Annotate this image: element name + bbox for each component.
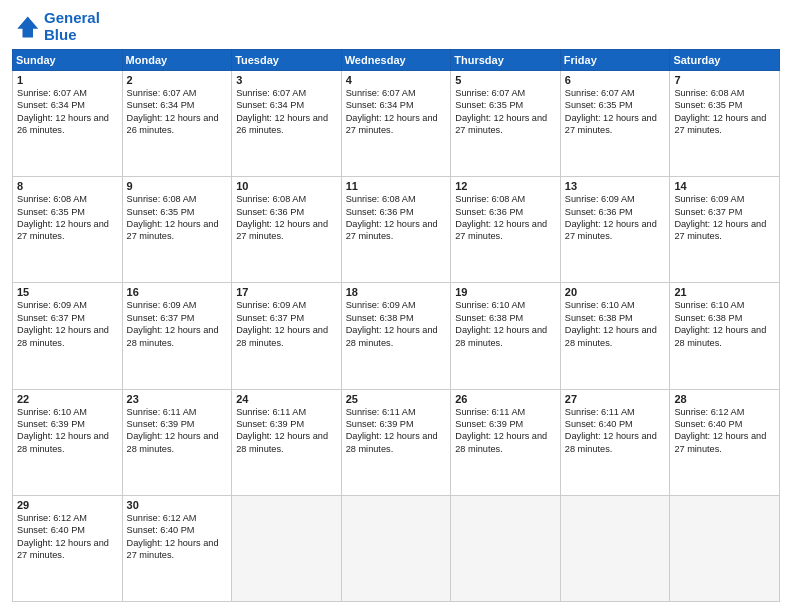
day-cell: 14 Sunrise: 6:09 AM Sunset: 6:37 PM Dayl… bbox=[670, 177, 780, 283]
day-cell: 4 Sunrise: 6:07 AM Sunset: 6:34 PM Dayli… bbox=[341, 71, 451, 177]
day-cell: 11 Sunrise: 6:08 AM Sunset: 6:36 PM Dayl… bbox=[341, 177, 451, 283]
week-row: 1 Sunrise: 6:07 AMSunset: 6:34 PMDayligh… bbox=[13, 71, 780, 177]
day-cell: 9 Sunrise: 6:08 AM Sunset: 6:35 PM Dayli… bbox=[122, 177, 232, 283]
day-cell: 2 Sunrise: 6:07 AM Sunset: 6:34 PM Dayli… bbox=[122, 71, 232, 177]
day-cell: 12 Sunrise: 6:08 AM Sunset: 6:36 PM Dayl… bbox=[451, 177, 561, 283]
logo-icon bbox=[12, 13, 40, 41]
empty-cell bbox=[451, 495, 561, 601]
day-cell: 24 Sunrise: 6:11 AM Sunset: 6:39 PM Dayl… bbox=[232, 389, 342, 495]
day-cell: 28 Sunrise: 6:12 AM Sunset: 6:40 PM Dayl… bbox=[670, 389, 780, 495]
header-saturday: Saturday bbox=[670, 50, 780, 71]
empty-cell bbox=[560, 495, 670, 601]
day-headers: Sunday Monday Tuesday Wednesday Thursday… bbox=[13, 50, 780, 71]
day-cell: 21 Sunrise: 6:10 AM Sunset: 6:38 PM Dayl… bbox=[670, 283, 780, 389]
day-cell: 29 Sunrise: 6:12 AM Sunset: 6:40 PM Dayl… bbox=[13, 495, 123, 601]
week-row: 8 Sunrise: 6:08 AM Sunset: 6:35 PM Dayli… bbox=[13, 177, 780, 283]
day-cell: 5 Sunrise: 6:07 AM Sunset: 6:35 PM Dayli… bbox=[451, 71, 561, 177]
day-cell: 26 Sunrise: 6:11 AM Sunset: 6:39 PM Dayl… bbox=[451, 389, 561, 495]
week-row: 15 Sunrise: 6:09 AM Sunset: 6:37 PM Dayl… bbox=[13, 283, 780, 389]
day-cell: 30 Sunrise: 6:12 AM Sunset: 6:40 PM Dayl… bbox=[122, 495, 232, 601]
day-cell: 15 Sunrise: 6:09 AM Sunset: 6:37 PM Dayl… bbox=[13, 283, 123, 389]
day-cell: 7 Sunrise: 6:08 AM Sunset: 6:35 PM Dayli… bbox=[670, 71, 780, 177]
day-cell: 20 Sunrise: 6:10 AM Sunset: 6:38 PM Dayl… bbox=[560, 283, 670, 389]
header-thursday: Thursday bbox=[451, 50, 561, 71]
day-cell: 22 Sunrise: 6:10 AM Sunset: 6:39 PM Dayl… bbox=[13, 389, 123, 495]
day-cell: 25 Sunrise: 6:11 AM Sunset: 6:39 PM Dayl… bbox=[341, 389, 451, 495]
header-tuesday: Tuesday bbox=[232, 50, 342, 71]
day-cell: 19 Sunrise: 6:10 AM Sunset: 6:38 PM Dayl… bbox=[451, 283, 561, 389]
week-row: 29 Sunrise: 6:12 AM Sunset: 6:40 PM Dayl… bbox=[13, 495, 780, 601]
day-cell: 1 Sunrise: 6:07 AMSunset: 6:34 PMDayligh… bbox=[13, 71, 123, 177]
header-sunday: Sunday bbox=[13, 50, 123, 71]
header: General Blue bbox=[12, 10, 780, 43]
week-row: 22 Sunrise: 6:10 AM Sunset: 6:39 PM Dayl… bbox=[13, 389, 780, 495]
header-friday: Friday bbox=[560, 50, 670, 71]
logo: General Blue bbox=[12, 10, 100, 43]
day-cell: 3 Sunrise: 6:07 AM Sunset: 6:34 PM Dayli… bbox=[232, 71, 342, 177]
empty-cell bbox=[341, 495, 451, 601]
header-monday: Monday bbox=[122, 50, 232, 71]
logo-text: General Blue bbox=[44, 10, 100, 43]
header-wednesday: Wednesday bbox=[341, 50, 451, 71]
day-cell: 13 Sunrise: 6:09 AM Sunset: 6:36 PM Dayl… bbox=[560, 177, 670, 283]
day-cell: 8 Sunrise: 6:08 AM Sunset: 6:35 PM Dayli… bbox=[13, 177, 123, 283]
empty-cell bbox=[670, 495, 780, 601]
calendar: Sunday Monday Tuesday Wednesday Thursday… bbox=[12, 49, 780, 602]
day-cell: 10 Sunrise: 6:08 AM Sunset: 6:36 PM Dayl… bbox=[232, 177, 342, 283]
day-cell: 23 Sunrise: 6:11 AM Sunset: 6:39 PM Dayl… bbox=[122, 389, 232, 495]
day-cell: 27 Sunrise: 6:11 AM Sunset: 6:40 PM Dayl… bbox=[560, 389, 670, 495]
day-cell: 17 Sunrise: 6:09 AM Sunset: 6:37 PM Dayl… bbox=[232, 283, 342, 389]
page: General Blue Sunday Monday Tuesday Wedne… bbox=[0, 0, 792, 612]
day-cell: 18 Sunrise: 6:09 AM Sunset: 6:38 PM Dayl… bbox=[341, 283, 451, 389]
svg-marker-0 bbox=[17, 16, 38, 37]
day-cell: 6 Sunrise: 6:07 AM Sunset: 6:35 PM Dayli… bbox=[560, 71, 670, 177]
empty-cell bbox=[232, 495, 342, 601]
day-cell: 16 Sunrise: 6:09 AM Sunset: 6:37 PM Dayl… bbox=[122, 283, 232, 389]
